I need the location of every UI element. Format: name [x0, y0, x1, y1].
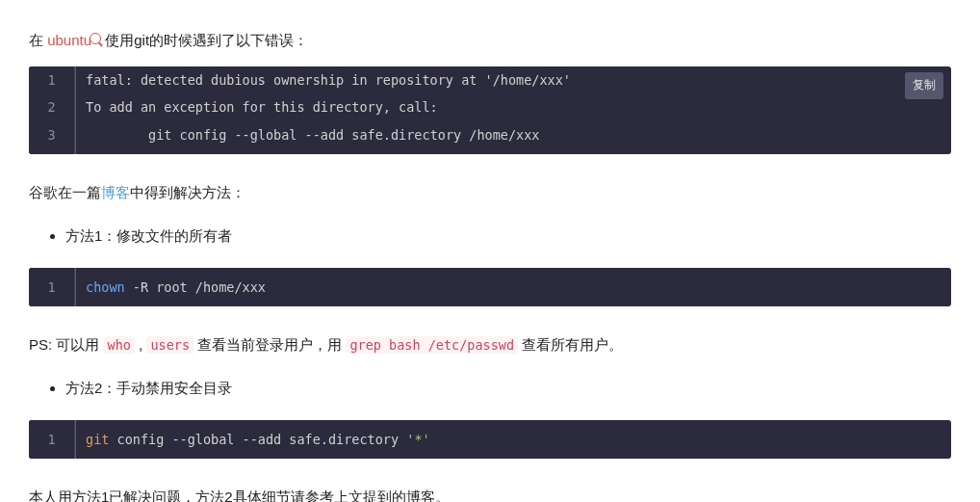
error-codeblock: 复制 1 fatal: detected dubious ownership i… [29, 66, 951, 154]
intro-paragraph: 在 ubuntu 使用git的时候遇到了以下错误： [29, 27, 951, 53]
intro-prefix: 在 [29, 32, 47, 48]
intro-suffix: 使用git的时候遇到了以下错误： [101, 32, 308, 48]
list-item: 方法2：手动禁用安全目录 [65, 375, 951, 401]
code-row: 2 To add an exception for this directory… [29, 93, 951, 120]
method-list: 方法1：修改文件的所有者 [29, 223, 951, 249]
solution-suffix: 中得到解决方法： [130, 184, 245, 200]
code-line: git config --global --add safe.directory… [75, 121, 951, 154]
solution-prefix: 谷歌在一篇 [29, 184, 101, 200]
line-number: 1 [29, 66, 75, 93]
ps-prefix: PS: 可以用 [29, 336, 104, 353]
line-number: 2 [29, 93, 75, 120]
blog-link[interactable]: 博客 [101, 184, 130, 200]
ps-paragraph: PS: 可以用 who , users 查看当前登录用户，用 grep bash… [29, 331, 951, 357]
inline-code-users: users [146, 336, 193, 354]
code-line: To add an exception for this directory, … [75, 93, 951, 120]
string-star: '*' [406, 432, 429, 447]
code-line: fatal: detected dubious ownership in rep… [75, 66, 951, 93]
inline-code-grep: grep bash /etc/passwd [346, 336, 518, 354]
code-row: 1 fatal: detected dubious ownership in r… [29, 66, 951, 93]
solution-paragraph: 谷歌在一篇博客中得到解决方法： [29, 179, 951, 205]
code-rest: -R root /home/xxx [125, 279, 266, 295]
keyword-git: git [86, 432, 109, 447]
code-mid: config --global --add safe.directory [109, 432, 406, 447]
line-number: 1 [29, 420, 75, 459]
line-number: 3 [29, 121, 75, 154]
search-icon[interactable] [90, 33, 101, 44]
ubuntu-tag[interactable]: ubuntu [47, 32, 91, 48]
ps-suffix: 查看所有用户。 [518, 336, 623, 353]
code-row: 1 chown -R root /home/xxx [29, 268, 951, 306]
code-line: chown -R root /home/xxx [75, 268, 951, 306]
code-row: 3 git config --global --add safe.directo… [29, 121, 951, 154]
keyword-chown: chown [86, 279, 125, 295]
gitconfig-codeblock: 1 git config --global --add safe.directo… [29, 420, 951, 459]
line-number: 1 [29, 268, 75, 306]
list-item: 方法1：修改文件的所有者 [65, 223, 951, 249]
ps-mid: 查看当前登录用户，用 [193, 336, 346, 353]
code-row: 1 git config --global --add safe.directo… [29, 420, 951, 459]
copy-button[interactable]: 复制 [905, 72, 943, 99]
method-list: 方法2：手动禁用安全目录 [29, 375, 951, 401]
conclusion-paragraph: 本人用方法1已解决问题，方法2具体细节请参考上文提到的博客。 [29, 484, 951, 502]
chown-codeblock: 1 chown -R root /home/xxx [29, 268, 951, 306]
code-line: git config --global --add safe.directory… [75, 420, 951, 459]
inline-code-who: who [104, 336, 135, 354]
ps-comma: , [135, 336, 147, 353]
